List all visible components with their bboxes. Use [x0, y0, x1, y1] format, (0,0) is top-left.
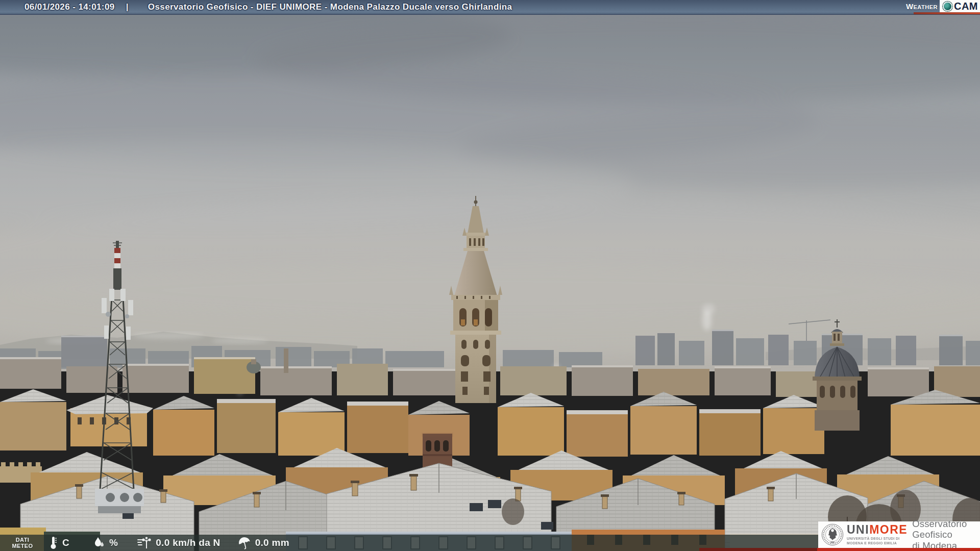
temperature-unit: C [62, 537, 69, 548]
title-group: 06/01/2026 - 14:01:09 | Osservatorio Geo… [0, 2, 512, 12]
wind-value: 0.0 km/h da N [156, 537, 220, 548]
weather-data-bar: DATI METEO C % [0, 535, 818, 551]
top-bar: 06/01/2026 - 14:01:09 | Osservatorio Geo… [0, 0, 980, 15]
observatory-name: Osservatorio Geofisico di Modena [912, 518, 980, 551]
humidity-reading: % [93, 537, 118, 549]
unimore-wordmark: UNIMORE UNIVERSITÀ DEGLI STUDI DI MODENA… [847, 524, 908, 545]
weathercam-red-underline [914, 12, 980, 14]
small-campanile [284, 348, 288, 373]
university-subtitle-line2: MODENA E REGGIO EMILIA [847, 541, 908, 545]
ochre-block [66, 395, 153, 446]
weathercam-flag: CAM [940, 0, 980, 12]
webcam-photo [0, 14, 980, 551]
unimore-more-text: MORE [869, 523, 908, 536]
rain-reading: 0.0 mm [238, 536, 289, 549]
weathercam-weather-label: Weather [906, 2, 938, 11]
wind-reading: 0.0 km/h da N [137, 537, 220, 549]
webcam-page: 06/01/2026 - 14:01:09 | Osservatorio Geo… [0, 0, 980, 551]
bottom-red-strip [699, 548, 980, 551]
thermometer-icon [48, 536, 58, 549]
globe-icon [943, 2, 952, 11]
weathercam-logo: Weather CAM [906, 0, 980, 12]
umbrella-icon [238, 536, 251, 549]
timestamp: 06/01/2026 - 14:01:09 [24, 2, 115, 12]
dati-meteo-label: DATI METEO [10, 537, 35, 549]
title-separator: | [126, 2, 129, 12]
anemometer-icon [137, 537, 152, 549]
temperature-reading: C [48, 536, 69, 549]
rain-value: 0.0 mm [255, 537, 289, 548]
humidity-drops-icon [93, 537, 105, 549]
unimore-uni-text: UNI [847, 523, 869, 536]
weathercam-cam-label: CAM [954, 1, 978, 12]
unimore-seal-icon [821, 523, 844, 546]
university-subtitle-line1: UNIVERSITÀ DEGLI STUDI DI [847, 537, 908, 541]
humidity-unit: % [109, 537, 118, 548]
page-title: Osservatorio Geofisico - DIEF UNIMORE - … [148, 2, 512, 12]
unimore-brand-box: UNIMORE UNIVERSITÀ DEGLI STUDI DI MODENA… [818, 521, 980, 548]
